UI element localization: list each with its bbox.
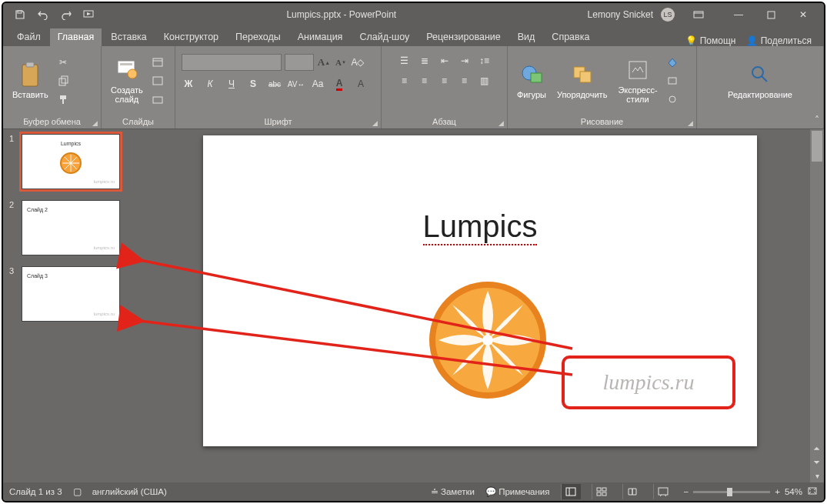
svg-rect-11	[120, 63, 132, 65]
tab-insert[interactable]: Вставка	[103, 28, 154, 46]
slide-thumbnails-pane[interactable]: 1 Lumpics lumpics.ru 2 Слайд 2 lumpics.r…	[3, 129, 143, 482]
char-spacing-button[interactable]: AV↔	[289, 77, 303, 91]
tab-review[interactable]: Рецензирование	[419, 28, 509, 46]
tab-design[interactable]: Конструктор	[156, 28, 226, 46]
slide-counter[interactable]: Слайд 1 из 3	[9, 487, 62, 496]
tab-help[interactable]: Справка	[544, 28, 597, 46]
numbering-icon[interactable]: ≣	[418, 54, 432, 68]
watermark-text[interactable]: lumpics.ru	[603, 370, 695, 395]
next-slide-icon[interactable]: ⏷	[810, 455, 824, 469]
spellcheck-icon[interactable]: ▢	[73, 486, 82, 497]
dialog-launcher-icon[interactable]: ◢	[92, 119, 98, 127]
zoom-level[interactable]: 54%	[785, 487, 802, 496]
fit-to-window-icon[interactable]	[807, 486, 818, 497]
italic-button[interactable]: К	[203, 77, 217, 91]
editing-button[interactable]: Редактирование	[725, 60, 795, 101]
dialog-launcher-icon[interactable]: ◢	[499, 119, 504, 127]
quick-styles-button[interactable]: Экспресс- стили	[615, 55, 660, 105]
shape-effects-icon[interactable]	[665, 92, 679, 106]
slide-thumbnail-1[interactable]: Lumpics lumpics.ru	[22, 134, 120, 189]
section-icon[interactable]	[151, 92, 165, 106]
decrease-font-icon[interactable]: A▼	[334, 55, 348, 69]
change-case-button[interactable]: Aa	[311, 77, 325, 91]
vertical-scrollbar[interactable]: ⏶ ⏷ ▾	[810, 129, 824, 482]
shadow-button[interactable]: S	[246, 77, 260, 91]
slide-editor[interactable]: Lumpics	[143, 129, 824, 482]
prev-slide-icon[interactable]: ⏶	[810, 441, 824, 455]
tab-view[interactable]: Вид	[510, 28, 543, 46]
arrange-button[interactable]: Упорядочить	[554, 60, 610, 101]
shape-fill-icon[interactable]	[665, 55, 679, 69]
orange-image[interactable]	[426, 279, 549, 405]
current-slide[interactable]: Lumpics	[203, 135, 757, 446]
font-name-combo[interactable]	[182, 54, 282, 71]
collapse-ribbon-icon[interactable]: ˄	[815, 115, 819, 125]
undo-icon[interactable]	[37, 8, 49, 21]
redo-icon[interactable]	[60, 8, 72, 21]
copy-icon[interactable]	[56, 74, 70, 88]
align-right-icon[interactable]: ≡	[438, 74, 452, 88]
align-center-icon[interactable]: ≡	[418, 74, 432, 88]
paste-button[interactable]: Вставить	[9, 60, 52, 101]
tell-me[interactable]: 💡 Помощн	[685, 35, 735, 46]
close-button[interactable]: ✕	[787, 3, 819, 26]
svg-rect-2	[694, 12, 703, 18]
bold-button[interactable]: Ж	[182, 77, 195, 91]
highlight-button[interactable]: A	[354, 77, 368, 91]
slide-sorter-view-icon[interactable]	[592, 484, 612, 499]
zoom-in-button[interactable]: +	[775, 487, 780, 496]
zoom-out-button[interactable]: −	[684, 487, 689, 496]
line-spacing-icon[interactable]: ↕≡	[478, 54, 492, 68]
font-size-combo[interactable]	[285, 54, 314, 71]
ribbon: Вставить ✂ Буфер обмена◢ Создать слайд	[3, 46, 824, 129]
decrease-indent-icon[interactable]: ⇤	[438, 54, 452, 68]
tab-animations[interactable]: Анимация	[290, 28, 351, 46]
font-color-button[interactable]: A	[332, 77, 346, 91]
tab-slideshow[interactable]: Слайд-шоу	[352, 28, 417, 46]
columns-icon[interactable]: ▥	[478, 74, 492, 88]
increase-indent-icon[interactable]: ⇥	[458, 54, 472, 68]
slideshow-view-icon[interactable]	[653, 484, 673, 499]
shape-outline-icon[interactable]	[665, 74, 679, 88]
ribbon-display-options-icon[interactable]	[682, 3, 715, 26]
slide-thumbnail-3[interactable]: Слайд 3 lumpics.ru	[22, 266, 120, 322]
slide-title-text[interactable]: Lumpics	[203, 209, 757, 244]
scrollbar-thumb[interactable]	[812, 131, 822, 162]
minimize-button[interactable]: —	[722, 3, 755, 26]
reading-view-icon[interactable]	[622, 484, 642, 499]
start-from-beginning-icon[interactable]	[83, 8, 95, 21]
reset-icon[interactable]	[151, 74, 165, 88]
notes-button[interactable]: ≐ Заметки	[431, 486, 475, 497]
user-avatar[interactable]: LS	[661, 8, 675, 22]
maximize-button[interactable]	[755, 3, 787, 26]
tab-file[interactable]: Файл	[9, 28, 48, 46]
layout-icon[interactable]	[151, 55, 165, 69]
format-painter-icon[interactable]	[56, 92, 70, 106]
scroll-down-icon[interactable]: ▾	[810, 469, 824, 482]
svg-point-23	[669, 96, 675, 102]
justify-icon[interactable]: ≡	[458, 74, 472, 88]
language-button[interactable]: английский (США)	[92, 487, 167, 496]
save-icon[interactable]	[14, 8, 26, 21]
increase-font-icon[interactable]: A▲	[317, 55, 331, 69]
strike-button[interactable]: abc	[268, 77, 282, 91]
dialog-launcher-icon[interactable]: ◢	[372, 119, 378, 127]
share-button[interactable]: 👤 Поделиться	[746, 35, 812, 46]
comments-button[interactable]: 💬 Примечания	[485, 486, 550, 497]
slide-thumbnail-2[interactable]: Слайд 2 lumpics.ru	[22, 200, 120, 255]
tab-transitions[interactable]: Переходы	[228, 28, 288, 46]
underline-button[interactable]: Ч	[225, 77, 238, 91]
bullets-icon[interactable]: ☰	[398, 54, 412, 68]
normal-view-icon[interactable]	[561, 484, 581, 499]
zoom-slider[interactable]	[693, 491, 770, 493]
new-slide-button[interactable]: Создать слайд	[108, 55, 146, 105]
cut-icon[interactable]: ✂	[56, 55, 70, 69]
window-title: Lumpics.pptx - PowerPoint	[95, 9, 588, 20]
tab-home[interactable]: Главная	[50, 28, 102, 46]
dialog-launcher-icon[interactable]: ◢	[688, 119, 693, 127]
user-name[interactable]: Lemony Snicket	[588, 9, 653, 20]
svg-rect-6	[26, 62, 34, 67]
shapes-button[interactable]: Фигуры	[514, 60, 549, 101]
align-left-icon[interactable]: ≡	[398, 74, 412, 88]
clear-format-icon[interactable]: A◇	[351, 55, 365, 69]
